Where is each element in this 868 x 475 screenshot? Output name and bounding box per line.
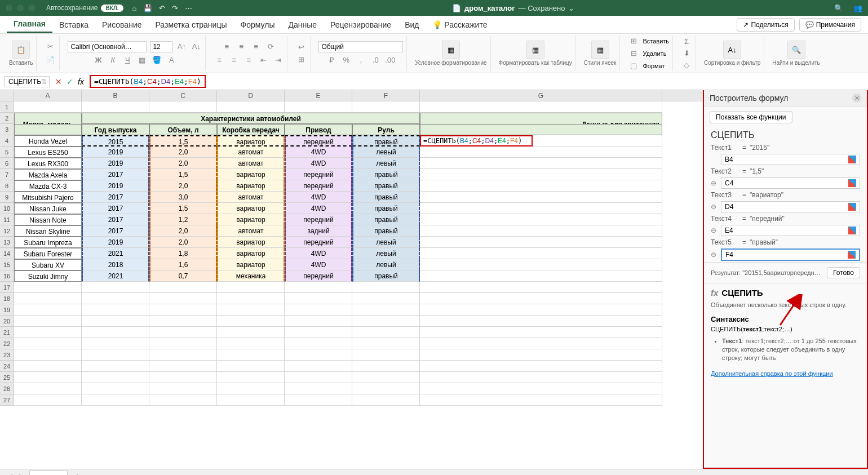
percent-icon[interactable]: %	[340, 55, 352, 66]
cell[interactable]	[149, 327, 217, 338]
format-table-button[interactable]: ▦ Форматировать как таблицу	[499, 41, 572, 66]
data-volume[interactable]: 1,6	[149, 259, 217, 270]
align-top-icon[interactable]: ≡	[221, 41, 232, 52]
cell[interactable]	[285, 372, 352, 383]
row-header[interactable]: 24	[0, 361, 14, 372]
currency-icon[interactable]: ₽	[326, 55, 337, 66]
autosave-toggle[interactable]: ВКЛ.	[101, 5, 123, 12]
cell[interactable]	[149, 282, 217, 293]
col-header-E[interactable]: E	[285, 90, 352, 101]
cell[interactable]	[352, 293, 420, 304]
cell[interactable]	[352, 394, 420, 406]
data-volume[interactable]: 1,5	[149, 203, 217, 214]
cell[interactable]	[217, 383, 285, 394]
tab-page-layout[interactable]: Разметка страницы	[149, 17, 234, 33]
data-volume[interactable]: 2,0	[149, 158, 217, 169]
data-year[interactable]: 2018	[82, 259, 149, 270]
cell[interactable]	[285, 394, 352, 406]
cell[interactable]	[82, 282, 149, 293]
tab-formulas[interactable]: Формулы	[234, 17, 282, 33]
comments-button[interactable]: 💬 Примечания	[799, 18, 861, 32]
cell[interactable]	[420, 327, 662, 338]
range-picker-icon[interactable]	[848, 227, 856, 234]
minimize-icon[interactable]	[17, 5, 24, 11]
data-volume[interactable]: 2,0	[149, 180, 217, 192]
data-volume[interactable]: 1,5	[149, 169, 217, 180]
done-button[interactable]: Готово	[827, 267, 860, 278]
cell[interactable]	[82, 304, 149, 316]
cell[interactable]	[420, 394, 662, 406]
bold-icon[interactable]: Ж	[92, 55, 104, 66]
cell[interactable]	[420, 259, 662, 270]
row-header[interactable]: 14	[0, 248, 14, 259]
cell[interactable]	[352, 282, 420, 293]
header-volume[interactable]: Объем, л	[149, 124, 217, 135]
data-volume[interactable]: 2,0	[149, 225, 217, 237]
data-year[interactable]: 2019	[82, 147, 149, 158]
row-header[interactable]: 17	[0, 282, 14, 293]
cell[interactable]	[217, 338, 285, 349]
cell[interactable]	[285, 361, 352, 372]
row-header[interactable]: 7	[0, 169, 14, 180]
cell[interactable]	[14, 282, 82, 293]
row-header[interactable]: 15	[0, 259, 14, 270]
help-link[interactable]: Дополнительная справка по этой функции	[704, 367, 867, 380]
cell[interactable]	[14, 304, 82, 316]
maximize-icon[interactable]	[28, 5, 35, 11]
data-wheel[interactable]: левый	[352, 158, 420, 169]
cell[interactable]	[420, 304, 662, 316]
row-header[interactable]: 13	[0, 237, 14, 248]
data-brand[interactable]: Honda Vezel	[14, 135, 82, 147]
cell[interactable]	[14, 338, 82, 349]
cell[interactable]	[352, 349, 420, 361]
cell[interactable]	[14, 316, 82, 327]
copy-icon[interactable]: 📄	[45, 55, 56, 66]
data-brand[interactable]: Lexus ES250	[14, 147, 82, 158]
cell[interactable]	[533, 135, 662, 147]
data-brand[interactable]: Subaru Impreza	[14, 237, 82, 248]
arg5-input[interactable]: F4	[721, 248, 860, 261]
row-header[interactable]: 9	[0, 192, 14, 203]
arg4-input[interactable]: E4	[721, 225, 860, 236]
clear-icon[interactable]: ◇	[681, 60, 692, 70]
data-brand[interactable]: Lexus RX300	[14, 158, 82, 169]
cell[interactable]	[352, 338, 420, 349]
fx-icon[interactable]: fx	[78, 77, 84, 86]
cell[interactable]	[285, 101, 352, 113]
data-gearbox[interactable]: автомат	[217, 192, 285, 203]
cell[interactable]	[420, 282, 662, 293]
format-cells-button[interactable]: ▢Формат	[628, 60, 665, 72]
remove-arg-icon[interactable]: ⊖	[711, 251, 718, 259]
underline-icon[interactable]: Ч	[122, 55, 133, 66]
more-icon[interactable]: ⋯	[185, 4, 192, 12]
cell[interactable]	[14, 383, 82, 394]
cell[interactable]	[285, 304, 352, 316]
sheet-next-icon[interactable]: ▶	[17, 472, 27, 475]
data-drive[interactable]: 4WD	[285, 203, 352, 214]
cell[interactable]	[420, 349, 662, 361]
align-bottom-icon[interactable]: ≡	[250, 41, 262, 52]
cell[interactable]	[420, 316, 662, 327]
cell[interactable]	[149, 338, 217, 349]
cell[interactable]	[217, 361, 285, 372]
paste-button[interactable]: 📋 Вставить	[9, 41, 33, 66]
cell[interactable]	[352, 361, 420, 372]
cell[interactable]	[217, 372, 285, 383]
decrease-font-icon[interactable]: A↓	[191, 41, 202, 52]
add-sheet-icon[interactable]: +	[70, 472, 84, 476]
cell[interactable]	[420, 293, 662, 304]
tab-draw[interactable]: Рисование	[95, 17, 149, 33]
editing-cell[interactable]: =СЦЕПИТЬ(B4;C4;D4;E4;F4)	[420, 135, 533, 147]
data-drive[interactable]: 4WD	[285, 248, 352, 259]
cell[interactable]	[352, 316, 420, 327]
data-gearbox[interactable]: автомат	[217, 158, 285, 169]
remove-arg-icon[interactable]: ⊖	[711, 203, 718, 211]
close-icon[interactable]	[6, 5, 12, 11]
data-gearbox[interactable]: вариатор	[217, 180, 285, 192]
header-brand-cont[interactable]	[14, 124, 82, 135]
cell[interactable]	[217, 327, 285, 338]
data-volume[interactable]: 2,0	[149, 147, 217, 158]
home-icon[interactable]: ⌂	[132, 4, 137, 12]
header-receipt[interactable]: Данные для квитанции	[420, 113, 662, 124]
data-wheel[interactable]: правый	[352, 169, 420, 180]
